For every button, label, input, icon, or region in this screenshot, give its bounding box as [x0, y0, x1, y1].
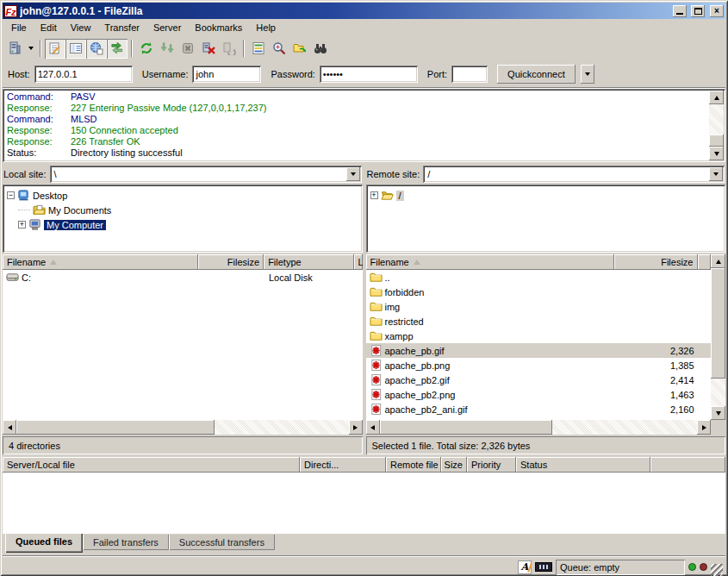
- process-queue-button[interactable]: [157, 39, 177, 59]
- maximize-button[interactable]: [691, 5, 705, 17]
- port-input[interactable]: [451, 66, 488, 83]
- collapse-icon[interactable]: −: [7, 191, 15, 199]
- disconnect-button[interactable]: [198, 39, 219, 59]
- menu-transfer[interactable]: Transfer: [97, 20, 146, 35]
- cancel-button[interactable]: [177, 39, 198, 59]
- tab-successful-transfers[interactable]: Successful transfers: [169, 535, 275, 550]
- file-name: apache_pb2.gif: [385, 375, 450, 385]
- scroll-left-button[interactable]: [3, 420, 16, 435]
- remote-status-bar: Selected 1 file. Total size: 2,326 bytes: [366, 436, 726, 454]
- column-header-filetype[interactable]: Filetype: [264, 254, 353, 270]
- column-header-filesize[interactable]: Filesize: [198, 254, 264, 270]
- toggle-message-log-button[interactable]: [45, 39, 65, 59]
- log-scrollbar[interactable]: [709, 91, 724, 160]
- chevron-down-icon: [713, 172, 719, 176]
- tab-queued-files[interactable]: Queued files: [5, 534, 83, 553]
- tree-item-desktop[interactable]: − Desktop: [4, 188, 361, 203]
- column-header-filler: [650, 457, 725, 473]
- table-row-selected[interactable]: apache_pb.gif 2,326: [366, 343, 712, 358]
- scroll-right-button[interactable]: [697, 420, 711, 435]
- scroll-down-button[interactable]: [711, 406, 725, 420]
- column-header-filesize[interactable]: Filesize: [614, 254, 698, 270]
- sort-ascending-icon: [50, 260, 57, 265]
- scroll-track[interactable]: [709, 104, 724, 147]
- log-line: Response:227 Entering Passive Mode (127,…: [7, 103, 706, 114]
- menu-server[interactable]: Server: [146, 20, 188, 35]
- find-files-button[interactable]: [310, 39, 331, 59]
- filename-filters-button[interactable]: [248, 39, 269, 59]
- refresh-button[interactable]: [136, 39, 157, 59]
- menu-view[interactable]: View: [64, 20, 98, 35]
- close-button[interactable]: ×: [710, 5, 724, 17]
- folder-icon: [370, 271, 383, 284]
- scroll-thumb[interactable]: [380, 420, 552, 435]
- scroll-right-button[interactable]: [349, 420, 363, 435]
- column-header-server-local-file[interactable]: Server/Local file: [3, 457, 300, 473]
- reconnect-button[interactable]: [219, 39, 240, 59]
- remote-site-dropdown[interactable]: [709, 167, 723, 181]
- scroll-up-button[interactable]: [709, 91, 724, 104]
- tree-item-my-documents[interactable]: My Documents: [4, 203, 361, 217]
- tree-item-my-computer[interactable]: + My Computer: [4, 217, 361, 232]
- expand-icon[interactable]: +: [370, 191, 378, 199]
- column-header-status[interactable]: Status: [516, 457, 650, 473]
- remote-site-combo[interactable]: /: [423, 166, 725, 183]
- quickconnect-dropdown[interactable]: [581, 65, 594, 84]
- minimize-button[interactable]: [673, 5, 687, 17]
- column-header-size[interactable]: Size: [441, 457, 467, 473]
- password-input[interactable]: [320, 66, 418, 83]
- scroll-thumb[interactable]: [16, 420, 215, 435]
- scroll-track[interactable]: [380, 420, 698, 435]
- host-input[interactable]: [34, 66, 133, 83]
- column-header-remote-file[interactable]: Remote file: [386, 457, 441, 473]
- resize-grip[interactable]: [711, 564, 723, 576]
- table-row[interactable]: restricted: [366, 314, 712, 329]
- table-row[interactable]: apache_pb2_ani.gif 2,160: [366, 402, 712, 416]
- table-row[interactable]: apache_pb2.png 1,463: [366, 387, 712, 402]
- scroll-track[interactable]: [16, 420, 349, 435]
- table-row[interactable]: ..: [366, 270, 712, 285]
- toggle-remote-tree-button[interactable]: [86, 39, 107, 59]
- scroll-left-button[interactable]: [366, 420, 380, 435]
- scroll-track[interactable]: [711, 268, 725, 406]
- username-input[interactable]: [192, 66, 261, 83]
- toggle-local-tree-button[interactable]: [65, 39, 86, 59]
- toggle-transfer-queue-button[interactable]: [107, 39, 128, 59]
- table-row[interactable]: xampp: [366, 329, 712, 343]
- site-manager-dropdown[interactable]: [25, 39, 36, 59]
- minimize-icon: [676, 13, 683, 15]
- column-header-direction[interactable]: Directi...: [300, 457, 386, 473]
- scroll-thumb[interactable]: [709, 135, 724, 147]
- local-list-header: Filename Filesize Filetype L: [3, 254, 363, 270]
- menu-help[interactable]: Help: [249, 20, 283, 35]
- local-site-dropdown[interactable]: [346, 167, 360, 181]
- column-header-priority[interactable]: Priority: [467, 457, 516, 473]
- table-row[interactable]: apache_pb.png 1,385: [366, 358, 712, 373]
- table-row[interactable]: forbidden: [366, 285, 712, 299]
- scroll-up-button[interactable]: [711, 254, 725, 268]
- table-row[interactable]: img: [366, 299, 712, 314]
- synchronized-browsing-button[interactable]: [289, 39, 310, 59]
- table-row[interactable]: apache_pb2.gif 2,414: [366, 373, 712, 387]
- scroll-down-button[interactable]: [709, 147, 724, 160]
- scroll-thumb[interactable]: [711, 268, 725, 379]
- log-type: Response:: [7, 136, 71, 147]
- tab-failed-transfers[interactable]: Failed transfers: [83, 535, 169, 550]
- remote-hscrollbar[interactable]: [366, 420, 712, 435]
- remote-vscrollbar[interactable]: [711, 254, 725, 420]
- directory-comparison-button[interactable]: [269, 39, 289, 59]
- local-site-combo[interactable]: \: [50, 166, 362, 183]
- quickconnect-button[interactable]: Quickconnect: [497, 65, 576, 84]
- menu-edit[interactable]: Edit: [34, 20, 64, 35]
- site-manager-button[interactable]: [4, 39, 25, 59]
- column-header-filename[interactable]: Filename: [366, 254, 614, 270]
- remote-rows: .. forbidden img restricted: [366, 270, 712, 420]
- tree-item-root[interactable]: + /: [368, 188, 725, 203]
- column-header-filename[interactable]: Filename: [3, 254, 198, 270]
- local-hscrollbar[interactable]: [3, 420, 363, 435]
- menu-bookmarks[interactable]: Bookmarks: [188, 20, 249, 35]
- expand-icon[interactable]: +: [18, 221, 26, 229]
- table-row[interactable]: C: Local Disk: [3, 270, 363, 285]
- column-header-last-modified[interactable]: L: [354, 254, 363, 270]
- menu-file[interactable]: File: [4, 20, 34, 35]
